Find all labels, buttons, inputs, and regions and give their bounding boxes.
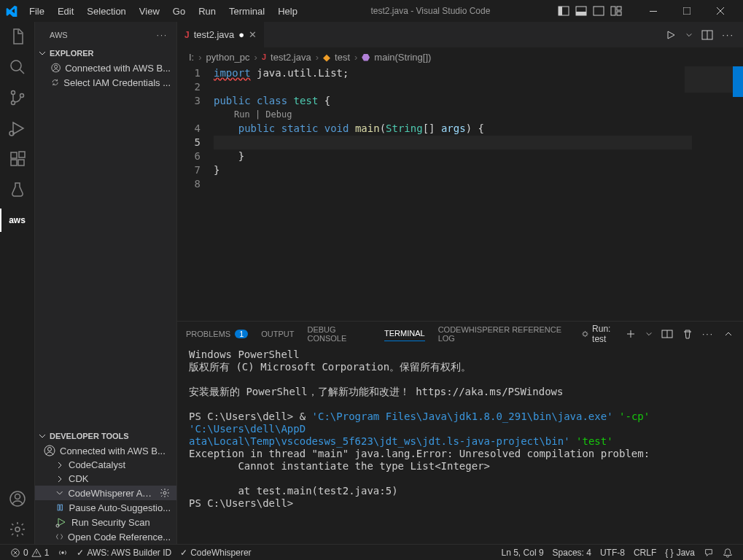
window-minimize-button[interactable] [637,0,670,22]
svg-point-23 [55,65,58,68]
editor-tabs: J test2.java ● ✕ ··· [177,22,743,47]
sidebar-devtools-header[interactable]: DEVELOPER TOOLS [35,430,176,443]
window-close-button[interactable] [704,0,737,22]
activity-aws-icon[interactable]: aws [9,211,26,229]
activity-scm-icon[interactable] [9,89,26,106]
more-icon[interactable]: ··· [722,29,734,40]
panel-maximize-icon[interactable] [723,328,734,340]
menu-terminal[interactable]: Terminal [223,3,271,20]
panel-tabs: PROBLEMS 1 OUTPUT DEBUG CONSOLE TERMINAL… [177,322,743,346]
layout-panel-icon[interactable] [575,5,587,17]
status-feedback-icon[interactable] [699,548,718,558]
status-language[interactable]: { } Java [661,548,699,558]
svg-rect-3 [576,12,586,15]
svg-point-20 [15,494,20,499]
codelens-run-debug[interactable]: Run | Debug [214,108,743,122]
terminal-profile-label[interactable]: Run: test [581,324,616,344]
terminal-line: PS C:\Users\dell> & 'C:\Program Files\Ja… [189,411,731,435]
kill-terminal-icon[interactable] [682,328,693,340]
line-number-gutter: 1 2 3 4 5 6 7 8 [177,66,214,321]
debug-icon [581,328,589,340]
breadcrumb-segment[interactable]: test2.java [271,52,311,63]
terminal-dropdown-icon[interactable] [645,330,653,338]
breadcrumb[interactable]: I: › python_pc › J test2.java › ◆ test ›… [177,47,743,66]
split-terminal-icon[interactable] [661,328,673,340]
status-problems[interactable]: 0 1 [6,548,53,558]
menu-help[interactable]: Help [272,3,303,20]
panel-tab-problems[interactable]: PROBLEMS 1 [186,327,248,341]
layout-sidebar-right-icon[interactable] [593,5,604,17]
menu-file[interactable]: File [23,3,50,20]
split-editor-icon[interactable] [701,29,713,41]
menu-run[interactable]: Run [192,3,222,20]
sidebar-connected-aws[interactable]: Connected with AWS B... [35,61,176,75]
sidebar-more-icon[interactable]: ··· [157,31,168,39]
activity-accounts-icon[interactable] [9,490,26,508]
sidebar-run-security[interactable]: Run Security Scan [35,515,176,529]
status-notifications-icon[interactable] [718,548,737,558]
breadcrumb-segment[interactable]: test [335,52,350,63]
code-content[interactable]: import java.util.List; public class test… [214,66,743,321]
sidebar-open-reference[interactable]: Open Code Reference... [35,529,176,544]
svg-point-25 [48,448,52,451]
status-eol[interactable]: CRLF [629,548,661,558]
activity-extensions-icon[interactable] [9,150,26,168]
menu-go[interactable]: Go [167,3,191,20]
sidebar-pause-auto[interactable]: Pause Auto-Suggestio... [35,500,176,515]
status-aws[interactable]: ✓ AWS: AWS Builder ID [72,548,176,558]
layout-customize-icon[interactable] [610,5,622,17]
window-maximize-button[interactable] [670,0,704,22]
sidebar-codewhisperer[interactable]: CodeWhisperer AW... [35,486,176,500]
new-terminal-icon[interactable] [625,328,637,340]
status-cursor-position[interactable]: Ln 5, Col 9 [497,548,548,558]
activity-testing-icon[interactable] [9,181,26,198]
terminal-output[interactable]: Windows PowerShell 版权所有 (C) Microsoft Co… [177,346,743,544]
tab-test2-java[interactable]: J test2.java ● ✕ [177,22,265,47]
breadcrumb-segment[interactable]: python_pc [206,52,250,63]
activity-run-debug-icon[interactable] [9,120,26,137]
panel-tab-debug-console[interactable]: DEBUG CONSOLE [308,322,372,346]
panel-tab-terminal[interactable]: TERMINAL [384,326,425,341]
svg-rect-8 [650,11,657,12]
menu-edit[interactable]: Edit [52,3,79,20]
panel-more-icon[interactable]: ··· [702,329,714,339]
svg-point-21 [15,527,20,532]
sidebar-select-iam[interactable]: Select IAM Credentials ... [35,75,176,90]
braces-icon: { } [665,548,673,558]
sidebar-codecatalyst[interactable]: CodeCatalyst [35,458,176,472]
breadcrumb-segment[interactable]: I: [189,52,194,63]
status-indentation[interactable]: Spaces: 4 [548,548,596,558]
run-icon[interactable] [665,29,677,41]
panel-tab-codewhisperer-log[interactable]: CODEWHISPERER REFERENCE LOG [438,322,568,346]
gear-icon[interactable] [159,487,171,499]
sidebar: AWS ··· EXPLORER Connected with AWS B...… [35,22,177,544]
svg-point-10 [11,61,21,71]
tab-close-icon[interactable]: ✕ [249,29,257,40]
sidebar-item-label: Pause Auto-Suggestio... [69,502,171,513]
status-ports[interactable] [53,548,72,558]
layout-sidebar-left-icon[interactable] [558,5,569,17]
sidebar-item-label: Open Code Reference... [68,532,171,542]
status-codewhisperer[interactable]: ✓ CodeWhisperer [176,548,255,558]
chevron-down-icon[interactable] [685,31,693,39]
status-encoding[interactable]: UTF-8 [596,548,629,558]
sidebar-cdk[interactable]: CDK [35,472,176,486]
sidebar-item-label: CodeCatalyst [69,459,125,470]
sidebar-connected-aws-2[interactable]: Connected with AWS B... [35,443,176,458]
activity-settings-icon[interactable] [9,521,26,538]
breadcrumb-segment[interactable]: main(String[]) [374,52,431,63]
code-editor[interactable]: 1 2 3 4 5 6 7 8 import java.util.List; p… [177,66,743,321]
terminal-line: 版权所有 (C) Microsoft Corporation。保留所有权利。 [189,361,731,373]
panel-tab-output[interactable]: OUTPUT [261,327,294,341]
editor-scrollbar[interactable] [733,66,743,321]
activity-search-icon[interactable] [9,58,26,76]
menu-view[interactable]: View [133,3,166,20]
sync-icon [51,77,59,88]
method-icon: ⬣ [362,52,370,63]
check-icon: ✓ [180,548,187,558]
terminal-line: Exception in thread "main" java.lang.Err… [189,448,731,460]
sidebar-explorer-header[interactable]: EXPLORER [35,47,176,61]
menu-selection[interactable]: Selection [81,3,131,20]
activity-explorer-icon[interactable] [9,28,26,45]
chevron-right-icon [55,475,64,483]
